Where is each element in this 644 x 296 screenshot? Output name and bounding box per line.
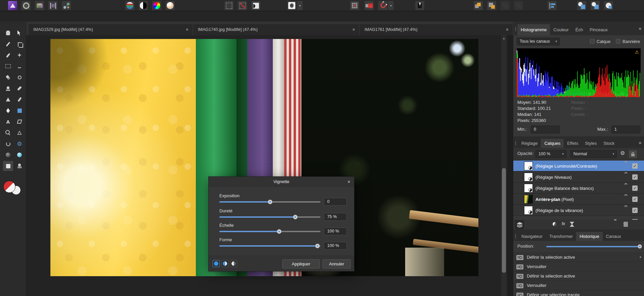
layer-thumbnail-pixel[interactable] [524, 195, 533, 204]
export-persona-button[interactable] [62, 1, 71, 10]
alignment-button[interactable] [548, 1, 557, 10]
tab-navigateur[interactable]: Navigateur [518, 232, 546, 241]
clone-brush-tool[interactable] [3, 83, 13, 93]
banniere-checkbox[interactable] [616, 39, 620, 44]
layer-row-balance[interactable]: (Réglage Balance des blancs) ✓ [513, 183, 644, 194]
tab-pinceaux[interactable]: Pinceaux [586, 24, 611, 35]
calque-checkbox[interactable] [590, 39, 595, 44]
paint-brush-tool[interactable] [3, 50, 13, 60]
deselect-button[interactable] [238, 1, 247, 10]
panel-menu-icon[interactable]: ≡ [639, 140, 641, 145]
exposition-value-field[interactable]: 0 [324, 198, 347, 206]
layer-thumbnail[interactable] [524, 184, 533, 193]
layer-stack-button[interactable] [515, 220, 524, 229]
tab-echantillon[interactable]: Éch [572, 24, 586, 35]
close-icon[interactable]: × [352, 24, 355, 35]
settings-tool[interactable]: ⚙ [14, 139, 25, 149]
view-tool[interactable] [3, 28, 13, 38]
vignette-preview-before-button[interactable] [230, 260, 237, 267]
boolean-intersect-button[interactable] [604, 1, 613, 10]
foreground-color-swatch[interactable] [3, 181, 15, 193]
position-slider-thumb[interactable] [638, 244, 642, 249]
move-to-front-button[interactable] [487, 1, 496, 10]
slider-thumb[interactable] [315, 244, 320, 248]
history-item[interactable]: Verrouiller [513, 262, 644, 271]
visibility-checkbox[interactable]: ✓ [632, 197, 638, 202]
canvas-vertical-scrollbar[interactable]: ▲ [501, 35, 507, 296]
twirl-tool[interactable] [14, 150, 25, 160]
layer-thumbnail[interactable] [524, 162, 533, 170]
tab-transformer[interactable]: Transformer [546, 232, 576, 241]
apply-button[interactable]: Appliquer [282, 259, 320, 268]
freehand-selection-tool[interactable] [14, 61, 25, 71]
forme-value-field[interactable]: 100 % [324, 242, 347, 250]
tab-histogramme[interactable]: Histogramme [517, 24, 550, 35]
new-layer-icon[interactable] [624, 222, 628, 227]
layer-row-luminosite[interactable]: (Réglage Luminosité/Contraste) ✓ [513, 161, 644, 172]
visibility-checkbox[interactable]: ✓ [632, 208, 638, 213]
add-adjustment-icon[interactable] [552, 222, 557, 226]
tab-stock[interactable]: Stock [600, 139, 618, 148]
pixel-grid-button[interactable] [350, 1, 359, 10]
visibility-checkbox[interactable]: ✓ [632, 174, 638, 180]
doc-tab-1[interactable]: IMAG1529.jpg [Modifié] (47.4%) × [29, 24, 192, 35]
close-icon[interactable]: × [506, 24, 509, 35]
quick-mask-button[interactable] [287, 1, 296, 10]
layer-row-arriere-plan[interactable]: Arrière-plan (Pixel) ✓ [513, 194, 644, 205]
develop-persona-button[interactable] [35, 1, 44, 10]
durete-value-field[interactable]: 75 % [324, 213, 347, 221]
tab-effets[interactable]: Effets [564, 139, 582, 148]
contrast-persona-button[interactable] [139, 1, 148, 10]
min-input[interactable]: 0 [531, 126, 560, 133]
scroll-up-icon[interactable]: ▲ [639, 255, 642, 258]
visibility-checkbox[interactable]: ✓ [632, 185, 638, 191]
move-to-back-button[interactable] [474, 1, 483, 10]
tab-couleur[interactable]: Couleur [550, 24, 572, 35]
visibility-checkbox[interactable]: ✓ [632, 163, 638, 169]
scrollbar-thumb[interactable] [502, 168, 506, 273]
select-all-button[interactable] [224, 1, 233, 10]
healing-brush-tool[interactable] [14, 83, 25, 93]
erase-brush-tool[interactable] [3, 72, 13, 82]
scroll-up-icon[interactable]: ▲ [501, 37, 507, 40]
stripes-persona-button[interactable] [125, 1, 134, 10]
color-picker-tool[interactable] [3, 39, 13, 49]
echelle-slider[interactable] [219, 229, 320, 234]
square-tool-selected[interactable] [3, 161, 13, 171]
marquee-selection-tool[interactable] [3, 61, 13, 71]
channels-dropdown[interactable]: Tous les canaux ▾ [517, 38, 560, 45]
tab-canaux[interactable]: Canaux [603, 232, 625, 241]
opacity-dropdown[interactable]: 100 % ▾ [535, 150, 566, 158]
slider-thumb[interactable] [277, 229, 282, 234]
cancel-button[interactable]: Annuler [323, 259, 351, 268]
tab-styles[interactable]: Styles [582, 139, 600, 148]
assistant-button[interactable] [415, 1, 424, 10]
history-item[interactable]: Définir la sélection active [513, 271, 644, 281]
layer-thumbnail[interactable] [524, 173, 533, 181]
rectangle-tool[interactable] [14, 105, 25, 116]
sculpt-tool[interactable] [14, 161, 25, 171]
affinity-photo-logo-button[interactable] [8, 1, 17, 10]
close-icon[interactable]: × [186, 24, 188, 35]
zoom-tool[interactable] [3, 128, 13, 138]
forme-slider[interactable] [219, 244, 320, 248]
liquify-persona-button[interactable] [22, 1, 31, 10]
slider-thumb[interactable] [293, 215, 298, 219]
text-tool[interactable]: A [3, 117, 13, 127]
layer-lock-button[interactable] [629, 150, 637, 158]
layer-row-niveaux[interactable]: (Réglage Niveaux) ✓ [513, 172, 644, 183]
move-tool[interactable] [14, 28, 25, 38]
boolean-subtract-button[interactable] [591, 1, 600, 10]
blend-mode-dropdown[interactable]: Normal ▾ [570, 150, 617, 158]
quick-mask-dropdown[interactable]: ▾ [297, 1, 303, 10]
histogram-display[interactable]: ⚠ [517, 48, 641, 97]
layer-settings-gear-icon[interactable]: ⚙ [620, 150, 625, 156]
invert-selection-button[interactable] [251, 1, 260, 10]
max-input[interactable]: 1 [611, 126, 640, 133]
layer-row-vibrance[interactable]: (Réglage de la vibrance) ✓ [513, 205, 644, 216]
vignette-preview-split-button[interactable] [221, 260, 228, 267]
sphere-warp-tool[interactable] [3, 150, 13, 160]
color-wheel-persona-button[interactable] [152, 1, 161, 10]
dialog-title-bar[interactable]: Vignette × [209, 177, 354, 186]
shape-tool[interactable] [14, 128, 25, 138]
